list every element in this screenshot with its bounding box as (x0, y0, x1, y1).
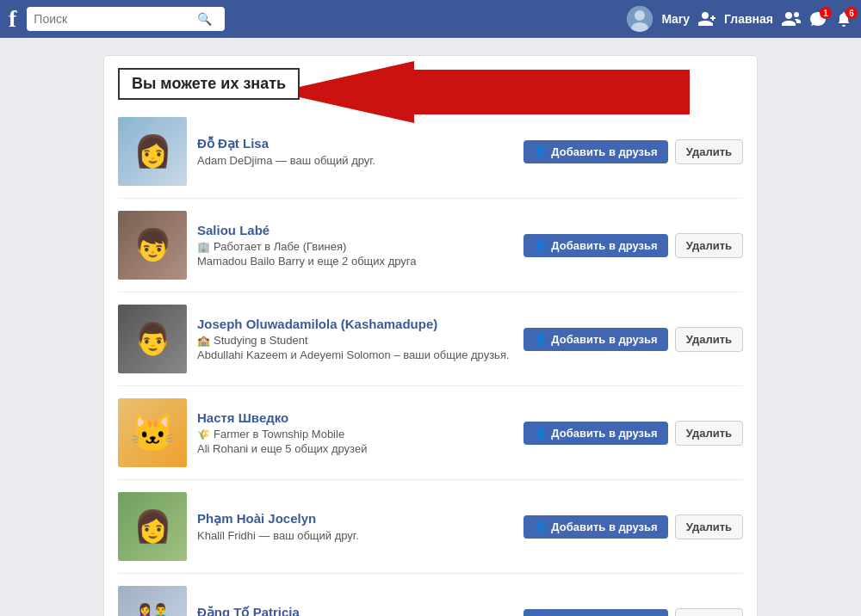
home-button[interactable]: Главная (724, 12, 773, 26)
add-friend-button[interactable]: 👤 Добавить в друзья (523, 140, 667, 163)
person-name[interactable]: Phạm Hoài Jocelyn (197, 511, 513, 527)
person-actions: 👤 Добавить в друзья Удалить (523, 327, 743, 352)
person-actions: 👤 Добавить в друзья Удалить (523, 608, 743, 617)
remove-button[interactable]: Удалить (675, 233, 743, 258)
search-button[interactable]: 🔍 (197, 12, 212, 26)
person-info: Joseph Oluwadamilola (Kashamadupe) 🏫 Stu… (197, 317, 513, 361)
person-info: Настя Шведко 🌾 Farmer в Township Mobile … (197, 410, 513, 455)
person-actions: 👤 Добавить в друзья Удалить (523, 514, 743, 539)
avatar (627, 6, 653, 32)
search-bar: 🔍 (27, 7, 225, 31)
work-icon: 🌾 (197, 428, 210, 440)
person-mutual: Khalil Fridhi — ваш общий друг. (197, 529, 513, 542)
add-friend-button[interactable]: 👤 Добавить в друзья (523, 234, 667, 257)
add-icon: 👤 (534, 239, 548, 252)
messages-badge: 1 (820, 7, 832, 19)
person-actions: 👤 Добавить в друзья Удалить (523, 233, 743, 258)
add-friend-button[interactable]: 👤 Добавить в друзья (523, 328, 667, 351)
person-actions: 👤 Добавить в друзья Удалить (523, 421, 743, 446)
list-item: 👨 Joseph Oluwadamilola (Kashamadupe) 🏫 S… (118, 293, 743, 386)
work-icon: 🏢 (197, 241, 210, 253)
person-name[interactable]: Đỗ Đạt Lisa (197, 136, 513, 151)
list-item: 👩 Đỗ Đạt Lisa Adam DeDjima — ваш общий д… (118, 105, 743, 199)
avatar: 👩 (118, 117, 187, 186)
person-mutual: Mamadou Bailo Barry и еще 2 общих друга (197, 255, 513, 268)
avatar: 👫 (118, 586, 187, 616)
remove-button[interactable]: Удалить (675, 139, 743, 164)
remove-button[interactable]: Удалить (675, 421, 743, 446)
add-icon: 👤 (534, 333, 548, 346)
person-actions: 👤 Добавить в друзья Удалить (523, 139, 743, 164)
person-info: Đặng Tố Patricia Rajesh Sharma Sharma — … (197, 605, 513, 616)
person-mutual: Adam DeDjima — ваш общий друг. (197, 154, 513, 167)
list-item: 👫 Đặng Tố Patricia Rajesh Sharma Sharma … (118, 574, 743, 616)
notifications-badge: 6 (846, 7, 858, 19)
person-name[interactable]: Đặng Tố Patricia (197, 605, 513, 616)
avatar: 👦 (118, 211, 187, 280)
avatar: 👨 (118, 305, 187, 373)
header-section: Вы можете их знать (104, 56, 757, 100)
messages-button[interactable]: 1 (809, 10, 827, 28)
person-mutual: Ali Rohani и еще 5 общих друзей (197, 442, 513, 455)
list-item: 👩 Phạm Hoài Jocelyn Khalil Fridhi — ваш … (118, 480, 743, 574)
list-item: 👦 Saliou Labé 🏢 Работает в Лабе (Гвинея)… (118, 199, 743, 293)
search-input[interactable] (34, 12, 197, 26)
add-icon: 👤 (534, 427, 548, 440)
add-icon: 👤 (534, 145, 548, 158)
person-work: 🏢 Работает в Лабе (Гвинея) (197, 240, 513, 253)
person-info: Đỗ Đạt Lisa Adam DeDjima — ваш общий дру… (197, 136, 513, 167)
people-button[interactable] (782, 10, 801, 28)
person-work: 🏫 Studying в Student (197, 334, 513, 347)
list-item: 🐱 Настя Шведко 🌾 Farmer в Township Mobil… (118, 386, 743, 480)
person-info: Phạm Hoài Jocelyn Khalil Fridhi — ваш об… (197, 511, 513, 542)
notifications-button[interactable]: 6 (835, 10, 852, 28)
person-name[interactable]: Настя Шведко (197, 410, 513, 425)
people-list: 👩 Đỗ Đạt Lisa Adam DeDjima — ваш общий д… (104, 105, 757, 616)
main-content: Вы можете их знать 👩 Đỗ Đạt Lisa Adam De… (103, 55, 758, 616)
person-info: Saliou Labé 🏢 Работает в Лабе (Гвинея) M… (197, 223, 513, 268)
nav-username[interactable]: Mary (661, 12, 690, 26)
nav-right: Mary Главная 1 6 (627, 6, 852, 32)
navbar: f 🔍 Mary Главная 1 (0, 0, 861, 38)
person-mutual: Abdullahi Kazeem и Adeyemi Solomon – ваш… (197, 348, 513, 361)
person-work: 🌾 Farmer в Township Mobile (197, 428, 513, 440)
remove-button[interactable]: Удалить (675, 514, 743, 539)
section-title: Вы можете их знать (118, 68, 300, 100)
facebook-logo[interactable]: f (9, 7, 16, 31)
add-friend-button[interactable]: 👤 Добавить в друзья (523, 515, 667, 539)
friend-requests-button[interactable] (698, 10, 715, 28)
remove-button[interactable]: Удалить (675, 608, 743, 617)
remove-button[interactable]: Удалить (675, 327, 743, 352)
person-name[interactable]: Saliou Labé (197, 223, 513, 237)
avatar: 👩 (118, 492, 187, 561)
add-icon: 👤 (534, 521, 548, 533)
add-friend-button[interactable]: 👤 Добавить в друзья (523, 609, 667, 617)
add-friend-button[interactable]: 👤 Добавить в друзья (523, 422, 667, 445)
study-icon: 🏫 (197, 335, 210, 347)
avatar: 🐱 (118, 398, 187, 467)
svg-point-1 (635, 10, 645, 21)
person-name[interactable]: Joseph Oluwadamilola (Kashamadupe) (197, 317, 513, 331)
